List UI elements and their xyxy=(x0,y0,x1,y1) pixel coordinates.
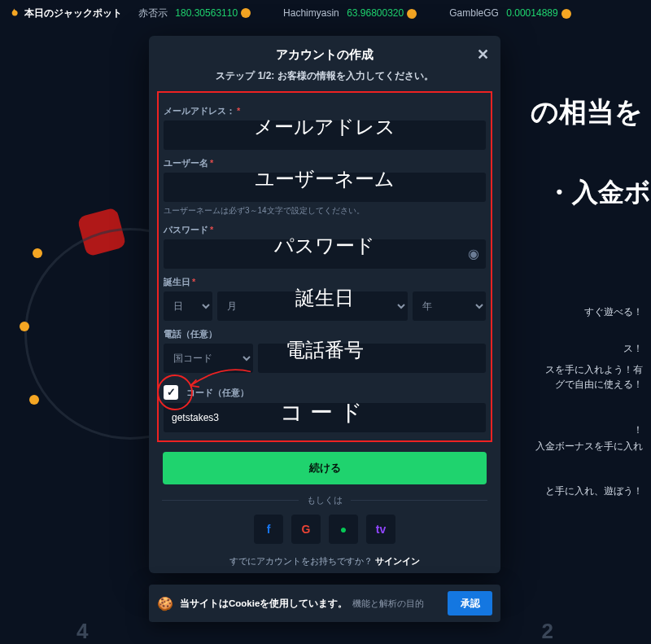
signin-link[interactable]: サインイン xyxy=(375,556,420,566)
top-jackpot-bar: 本日のジャックポット 赤否示 180.30563110 Hachimyasin … xyxy=(0,0,651,26)
ticker-item: 赤否示 180.30563110 xyxy=(138,7,251,20)
cookie-accept-button[interactable]: 承認 xyxy=(448,591,492,616)
dob-label: 誕生日* xyxy=(164,277,195,287)
hero-title-2: ・入金ボ xyxy=(546,175,651,211)
signin-prompt: すでにアカウントをお持ちですか？ サインイン xyxy=(149,555,500,567)
flame-icon xyxy=(8,7,20,20)
cookie-text: 当サイトはCookieを使用しています。 機能と解析の目的 xyxy=(180,598,424,610)
password-label: パスワード* xyxy=(164,225,213,234)
or-divider: もしくは xyxy=(149,494,500,506)
eye-icon[interactable]: ◉ xyxy=(468,246,479,261)
bg-decor-number: 4 xyxy=(76,619,88,644)
form-annotation-box: メールアドレス：* メールアドレス ユーザー名* ユーザーネームは必ず3～14文… xyxy=(157,91,492,442)
username-field[interactable] xyxy=(164,173,486,202)
hero-title-1: の相当を xyxy=(531,94,643,131)
signup-modal: アカウントの作成 ✕ ステップ 1/2: お客様の情報を入力してください。 メー… xyxy=(149,36,500,573)
jackpot-label: 本日のジャックポット xyxy=(24,7,122,20)
cookie-icon: 🍪 xyxy=(157,596,173,611)
continue-button[interactable]: 続ける xyxy=(163,452,486,484)
line-button[interactable]: ● xyxy=(329,515,358,544)
username-label: ユーザー名* xyxy=(164,158,213,168)
password-field[interactable] xyxy=(164,239,486,269)
twitch-button[interactable]: tv xyxy=(366,515,395,544)
cookie-banner: 🍪 当サイトはCookieを使用しています。 機能と解析の目的 承認 xyxy=(149,585,500,622)
bg-decor-number: 2 xyxy=(542,619,553,644)
coin-icon xyxy=(241,8,251,18)
dob-day-select[interactable]: 日 xyxy=(164,291,212,321)
phone-label: 電話（任意） xyxy=(164,329,217,339)
modal-title: アカウントの作成 xyxy=(276,47,374,61)
coin-icon xyxy=(407,9,417,19)
ticker-item: GambleGG 0.00014889 xyxy=(449,7,570,19)
code-checkbox[interactable]: ✓ xyxy=(164,385,178,400)
phone-field[interactable] xyxy=(258,344,486,373)
dob-month-select[interactable]: 月 xyxy=(217,291,408,321)
checkmark-icon: ✓ xyxy=(167,386,176,398)
code-label: コード（任意） xyxy=(186,388,249,397)
code-field[interactable] xyxy=(164,403,486,432)
email-label: メールアドレス：* xyxy=(164,106,240,116)
email-field[interactable] xyxy=(164,120,486,150)
google-button[interactable]: G xyxy=(291,515,321,544)
step-subtitle: ステップ 1/2: お客様の情報を入力してください。 xyxy=(149,69,500,83)
username-hint: ユーザーネームは必ず3～14文字で設定してください。 xyxy=(164,205,486,217)
close-icon[interactable]: ✕ xyxy=(477,46,489,64)
coin-icon xyxy=(561,9,571,19)
facebook-button[interactable]: f xyxy=(254,515,283,544)
ticker-item: Hachimyasin 63.96800320 xyxy=(283,7,417,19)
dob-year-select[interactable]: 年 xyxy=(413,291,486,321)
country-code-select[interactable]: 国コード xyxy=(164,344,253,373)
